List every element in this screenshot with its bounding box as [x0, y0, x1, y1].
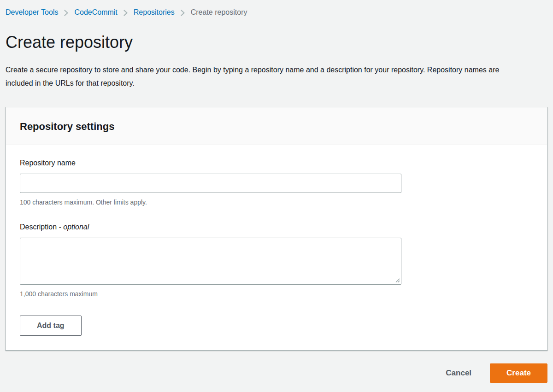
breadcrumb-link-developer-tools[interactable]: Developer Tools: [6, 7, 58, 18]
breadcrumb-link-repositories[interactable]: Repositories: [134, 7, 175, 18]
breadcrumb: Developer Tools CodeCommit Repositories …: [6, 7, 547, 18]
chevron-right-icon: [64, 9, 69, 17]
breadcrumb-link-codecommit[interactable]: CodeCommit: [74, 7, 117, 18]
description-label-optional: - optional: [59, 223, 89, 231]
description-helper: 1,000 characters maximum: [20, 290, 533, 298]
description-label: Description - optional: [20, 222, 533, 232]
description-field: Description - optional 1,000 characters …: [20, 222, 533, 298]
breadcrumb-current-page: Create repository: [191, 7, 247, 18]
chevron-right-icon: [180, 9, 185, 17]
card-body: Repository name 100 characters maximum. …: [6, 145, 547, 350]
section-title: Repository settings: [20, 121, 533, 133]
description-label-text: Description: [20, 223, 57, 231]
footer-actions: Cancel Create: [6, 363, 547, 383]
add-tag-button[interactable]: Add tag: [20, 316, 82, 336]
repository-name-label: Repository name: [20, 158, 533, 168]
card-header: Repository settings: [6, 107, 547, 145]
repository-name-helper: 100 characters maximum. Other limits app…: [20, 198, 533, 206]
create-button[interactable]: Create: [490, 363, 547, 383]
repository-name-input[interactable]: [20, 174, 401, 193]
chevron-right-icon: [123, 9, 128, 17]
description-textarea[interactable]: [20, 238, 401, 285]
cancel-button[interactable]: Cancel: [436, 365, 481, 381]
page-title: Create repository: [6, 32, 547, 53]
repository-name-field: Repository name 100 characters maximum. …: [20, 158, 533, 206]
page-container: Developer Tools CodeCommit Repositories …: [0, 0, 553, 387]
page-description: Create a secure repository to store and …: [6, 63, 515, 90]
repository-settings-card: Repository settings Repository name 100 …: [6, 107, 547, 351]
